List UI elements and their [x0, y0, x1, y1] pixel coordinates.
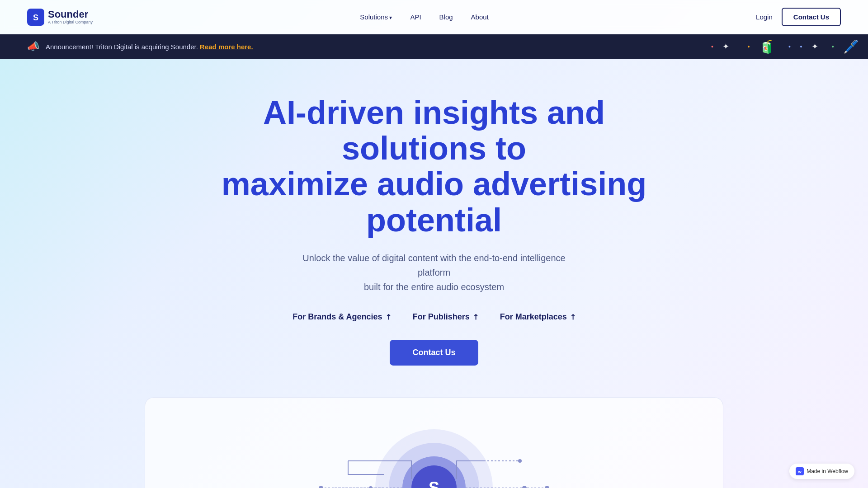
nav-item-blog[interactable]: Blog	[439, 13, 453, 21]
link-brands-agencies[interactable]: For Brands & Agencies ↗	[292, 312, 391, 322]
announcement-decoration: ● ✦ ● 🧃 ● ● ✦ ● 🖊️	[552, 34, 868, 59]
svg-point-8	[319, 486, 323, 488]
hero-section: AI-driven insights and solutions to maxi…	[0, 59, 868, 384]
nav-link-api[interactable]: API	[410, 13, 421, 21]
arrow-icon-publishers: ↗	[470, 312, 481, 322]
nav-item-about[interactable]: About	[471, 13, 489, 21]
nav-link-about[interactable]: About	[471, 13, 489, 21]
scroll-emoji: 🖊️	[843, 39, 859, 54]
nav-item-api[interactable]: API	[410, 13, 421, 21]
webflow-label: Made in Webflow	[807, 468, 848, 474]
announcement-link[interactable]: Read more here.	[200, 43, 253, 51]
can-emoji: 🧃	[759, 39, 775, 54]
svg-point-18	[369, 486, 373, 488]
hero-title-line1: AI-driven insights and solutions to	[263, 94, 605, 166]
brands-agencies-label: For Brands & Agencies	[292, 312, 382, 322]
diagram-section: S	[118, 397, 750, 488]
webflow-badge: W Made in Webflow	[789, 464, 854, 479]
hero-subtitle-line2: built for the entire audio ecosystem	[364, 282, 504, 292]
announcement-icon: 📣	[27, 41, 39, 52]
logo-icon: S	[27, 9, 44, 26]
announcement-bar: 📣 Announcement! Triton Digital is acquir…	[0, 34, 868, 59]
svg-point-17	[522, 486, 527, 488]
nav-links: Solutions API Blog About	[360, 13, 488, 21]
svg-text:S: S	[429, 479, 439, 488]
nav-item-solutions[interactable]: Solutions	[360, 13, 392, 21]
hero-title-line2: maximize audio advertising potential	[222, 166, 646, 238]
announcement-text: Announcement! Triton Digital is acquirin…	[46, 43, 253, 51]
nav-link-solutions[interactable]: Solutions	[360, 13, 392, 21]
logo-main-text: Sounder	[48, 9, 93, 20]
contact-us-nav-button[interactable]: Contact Us	[782, 8, 841, 26]
nav-actions: Login Contact Us	[756, 8, 841, 26]
marketplaces-label: For Marketplaces	[500, 312, 567, 322]
hero-subtitle-line1: Unlock the value of digital content with…	[302, 253, 565, 277]
svg-point-10	[545, 486, 549, 488]
contact-us-hero-button[interactable]: Contact Us	[390, 340, 478, 366]
link-publishers[interactable]: For Publishers ↗	[413, 312, 478, 322]
hero-audience-links: For Brands & Agencies ↗ For Publishers ↗…	[27, 312, 841, 322]
announcement-body: Announcement! Triton Digital is acquirin…	[46, 43, 198, 51]
arrow-icon-brands: ↗	[383, 312, 393, 322]
publishers-label: For Publishers	[413, 312, 470, 322]
nav-link-blog[interactable]: Blog	[439, 13, 453, 21]
svg-point-21	[518, 459, 522, 463]
diamond-icon-2: ✦	[811, 42, 818, 52]
link-marketplaces[interactable]: For Marketplaces ↗	[500, 312, 576, 322]
network-diagram: S	[276, 425, 592, 488]
diamond-icon-1: ✦	[722, 42, 729, 52]
logo-text: Sounder A Triton Digital Company	[48, 9, 93, 24]
login-button[interactable]: Login	[756, 13, 773, 21]
logo: S Sounder A Triton Digital Company	[27, 9, 93, 26]
diagram-card: S	[145, 397, 723, 488]
hero-title: AI-driven insights and solutions to maxi…	[208, 95, 660, 238]
svg-text:S: S	[33, 13, 38, 22]
hero-subtitle: Unlock the value of digital content with…	[298, 251, 570, 294]
arrow-icon-marketplaces: ↗	[567, 312, 578, 322]
logo-sub-text: A Triton Digital Company	[48, 20, 93, 25]
navbar: S Sounder A Triton Digital Company Solut…	[0, 0, 868, 34]
svg-text:W: W	[798, 470, 802, 474]
webflow-icon: W	[796, 467, 804, 475]
